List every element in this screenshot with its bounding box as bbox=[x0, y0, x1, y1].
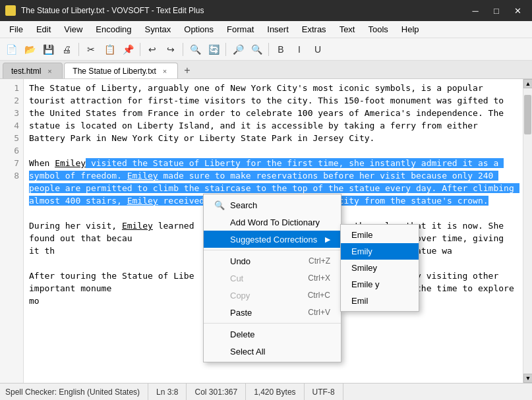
cut-icon bbox=[214, 273, 225, 283]
zoom-in-toolbar-button[interactable]: 🔎 bbox=[229, 41, 247, 58]
scroll-up-button[interactable]: ▲ bbox=[523, 79, 532, 88]
shortcut-undo: Ctrl+Z bbox=[309, 256, 330, 266]
submenu-item-emile-y[interactable]: Emile y bbox=[341, 276, 419, 293]
content-area: 12345678 The Statue of Liberty, arguably… bbox=[0, 79, 532, 383]
open-toolbar-button[interactable]: 📂 bbox=[21, 41, 38, 58]
window-controls: ─ □ ✕ bbox=[466, 4, 527, 17]
context-menu-item-add-word[interactable]: Add Word To Dictionary bbox=[204, 214, 341, 231]
context-menu: 🔍SearchAdd Word To DictionarySuggested C… bbox=[203, 194, 341, 362]
zoom-out-toolbar-button[interactable]: 🔍 bbox=[248, 41, 265, 58]
bytes-status: 1,420 Bytes bbox=[246, 384, 304, 400]
menu-item-options[interactable]: Options bbox=[177, 23, 220, 36]
paste-toolbar-button[interactable]: 📌 bbox=[119, 41, 136, 58]
submenu-item-smiley[interactable]: Smiley bbox=[341, 260, 419, 276]
menu-bar: FileEditViewEncodingSyntaxOptionsFormatI… bbox=[0, 21, 532, 38]
context-menu-label-search: Search bbox=[230, 200, 257, 210]
select-all-icon bbox=[214, 346, 225, 357]
scrollbar: ▲ ▼ bbox=[523, 79, 532, 383]
spell-checker-status: Spell Checker: English (United States) bbox=[5, 384, 148, 400]
shortcut-cut: Ctrl+X bbox=[308, 273, 330, 283]
shortcut-paste: Ctrl+V bbox=[308, 308, 330, 317]
toolbar: 📄📂💾🖨✂📋📌↩↪🔍🔄🔎🔍BIU bbox=[0, 38, 532, 61]
italic-toolbar-button[interactable]: I bbox=[291, 41, 308, 58]
undo-toolbar-button[interactable]: ↩ bbox=[144, 41, 161, 58]
tab-0[interactable]: test.html× bbox=[3, 63, 63, 78]
text-segment: Emiley bbox=[127, 196, 158, 206]
text-line-2 bbox=[29, 144, 517, 157]
tab-close-1[interactable]: × bbox=[160, 67, 169, 76]
close-button[interactable]: ✕ bbox=[508, 4, 527, 17]
replace-toolbar-button[interactable]: 🔄 bbox=[205, 41, 222, 58]
redo-toolbar-button[interactable]: ↪ bbox=[162, 41, 179, 58]
paste-icon bbox=[214, 307, 225, 318]
tab-close-0[interactable]: × bbox=[45, 67, 54, 76]
menu-item-insert[interactable]: Insert bbox=[260, 23, 295, 36]
submenu-item-emily[interactable]: Emily bbox=[341, 243, 419, 260]
print-toolbar-button[interactable]: 🖨 bbox=[58, 41, 75, 58]
window-title: The Statue of Liberty.txt - VOVSOFT - Te… bbox=[21, 6, 466, 15]
menu-item-syntax[interactable]: Syntax bbox=[138, 23, 178, 36]
line-numbers: 12345678 bbox=[0, 79, 24, 383]
submenu: EmileEmilySmileyEmile yEmil bbox=[340, 224, 419, 312]
context-menu-item-search[interactable]: 🔍Search bbox=[204, 196, 341, 214]
submenu-item-emil[interactable]: Emil bbox=[341, 293, 419, 309]
underline-toolbar-button[interactable]: U bbox=[309, 41, 326, 58]
text-line-1: The Statue of Liberty, arguably one of N… bbox=[29, 82, 517, 144]
text-segment: When bbox=[29, 158, 55, 168]
context-menu-item-suggested[interactable]: Suggested Corrections▶ bbox=[204, 231, 341, 248]
save-toolbar-button[interactable]: 💾 bbox=[40, 41, 57, 58]
menu-item-file[interactable]: File bbox=[3, 23, 30, 36]
scroll-thumb[interactable] bbox=[524, 95, 531, 134]
find-toolbar-button[interactable]: 🔍 bbox=[187, 41, 204, 58]
cut-toolbar-button[interactable]: ✂ bbox=[82, 41, 100, 58]
text-segment: Emiley bbox=[55, 158, 86, 168]
context-menu-item-paste[interactable]: PasteCtrl+V bbox=[204, 304, 341, 321]
col-status: Col 301:367 bbox=[187, 384, 246, 400]
line-number-8: 8 bbox=[0, 169, 23, 182]
copy-toolbar-button[interactable]: 📋 bbox=[101, 41, 118, 58]
new-toolbar-button[interactable]: 📄 bbox=[3, 41, 20, 58]
menu-item-view[interactable]: View bbox=[57, 23, 89, 36]
minimize-button[interactable]: ─ bbox=[466, 4, 485, 17]
bold-toolbar-button[interactable]: B bbox=[272, 41, 289, 58]
toolbar-separator bbox=[268, 43, 269, 56]
scroll-track[interactable] bbox=[523, 88, 532, 374]
menu-item-tools[interactable]: Tools bbox=[361, 23, 394, 36]
toolbar-separator bbox=[140, 43, 140, 56]
context-menu-item-cut[interactable]: CutCtrl+X bbox=[204, 270, 341, 287]
context-menu-label-undo: Undo bbox=[230, 256, 251, 266]
tab-label-1: The Statue of Liberty.txt bbox=[73, 67, 156, 76]
title-bar: The Statue of Liberty.txt - VOVSOFT - Te… bbox=[0, 0, 532, 21]
menu-item-text[interactable]: Text bbox=[333, 23, 362, 36]
menu-item-help[interactable]: Help bbox=[395, 23, 426, 36]
tab-bar: test.html×The Statue of Liberty.txt×+ bbox=[0, 61, 532, 79]
context-menu-separator-1 bbox=[204, 250, 341, 250]
scroll-down-button[interactable]: ▼ bbox=[523, 374, 532, 383]
menu-item-format[interactable]: Format bbox=[220, 23, 260, 36]
app-icon bbox=[5, 5, 16, 16]
line-col-status: Ln 3:8 bbox=[148, 384, 187, 400]
line-number-1: 1 bbox=[0, 82, 23, 94]
search-icon: 🔍 bbox=[214, 200, 225, 210]
context-menu-item-delete[interactable]: Delete bbox=[204, 326, 341, 343]
context-menu-label-cut: Cut bbox=[230, 273, 243, 283]
tab-1[interactable]: The Statue of Liberty.txt× bbox=[64, 63, 178, 78]
context-menu-label-select-all: Select All bbox=[230, 347, 265, 357]
context-menu-item-copy[interactable]: CopyCtrl+C bbox=[204, 287, 341, 304]
maximize-button[interactable]: □ bbox=[487, 4, 506, 17]
menu-item-extras[interactable]: Extras bbox=[295, 23, 333, 36]
add-tab-button[interactable]: + bbox=[179, 63, 195, 78]
context-menu-item-undo[interactable]: UndoCtrl+Z bbox=[204, 252, 341, 270]
toolbar-separator bbox=[183, 43, 183, 56]
context-menu-item-select-all[interactable]: Select All bbox=[204, 343, 341, 360]
menu-item-edit[interactable]: Edit bbox=[30, 23, 57, 36]
delete-icon bbox=[214, 329, 225, 339]
toolbar-separator bbox=[78, 43, 79, 56]
text-segment: During her visit, bbox=[29, 221, 122, 231]
status-bar: Spell Checker: English (United States) L… bbox=[0, 383, 532, 400]
text-segment: The Statue of Liberty, arguably one of N… bbox=[29, 83, 509, 143]
submenu-item-emile[interactable]: Emile bbox=[341, 227, 419, 243]
line-number-5: 5 bbox=[0, 132, 23, 144]
menu-item-encoding[interactable]: Encoding bbox=[89, 23, 138, 36]
context-menu-label-suggested: Suggested Corrections bbox=[230, 235, 317, 244]
